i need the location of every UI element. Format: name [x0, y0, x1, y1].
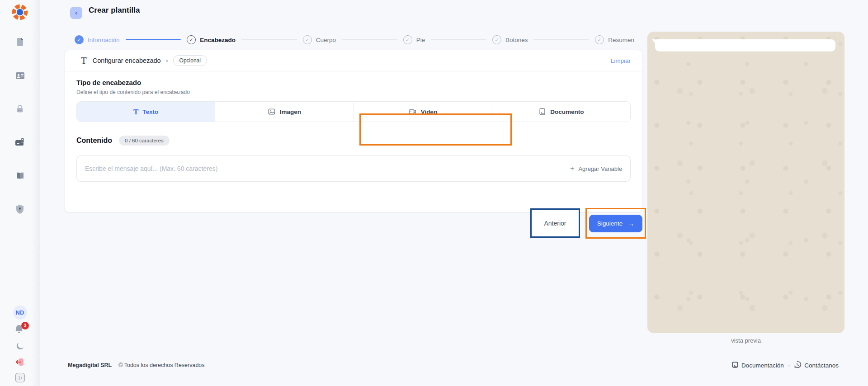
page-title: Crear plantilla	[89, 6, 140, 15]
step-label: Botones	[505, 37, 528, 43]
plus-icon: +	[570, 165, 574, 173]
tab-label: Imagen	[280, 108, 301, 115]
image-icon	[268, 108, 276, 116]
footer-right: Documentación - Contáctanos	[731, 361, 839, 370]
company-name: Megadigital SRL	[68, 362, 112, 368]
copyright-text: © Todos los derechos Reservados	[118, 362, 204, 368]
whatsapp-icon	[794, 361, 802, 370]
step-label: Pie	[416, 37, 425, 43]
step-connector	[533, 39, 589, 40]
step-informacion[interactable]: ✓ Información	[75, 35, 120, 44]
documentation-link[interactable]: Documentación	[731, 361, 784, 370]
lock-icon	[14, 104, 25, 116]
whatsapp-preview-panel	[647, 32, 844, 333]
shield-key-icon	[15, 204, 25, 217]
sidebar-nav	[13, 36, 27, 217]
content-section-header: Contenido 0 / 60 caracteres	[76, 136, 631, 146]
add-variable-label: Agregar Variable	[578, 165, 622, 172]
step-botones[interactable]: ✓ Botones	[492, 35, 528, 44]
logout-icon	[14, 357, 25, 369]
annotation-box-anterior: Anterior	[530, 208, 580, 238]
preview-caption: vista previa	[647, 337, 844, 344]
next-button[interactable]: Siguiente →	[589, 215, 642, 232]
step-check-icon: ✓	[303, 35, 312, 44]
file-icon	[14, 37, 25, 49]
tab-documento[interactable]: Documento	[492, 102, 630, 122]
brand-logo-icon[interactable]	[11, 4, 28, 21]
annotation-box-siguiente: Siguiente →	[585, 208, 646, 239]
document-icon	[538, 108, 546, 116]
header-config-card: T Configurar encabezado Opcional Limpiar…	[64, 50, 643, 212]
step-check-icon: ✓	[595, 35, 604, 44]
sidebar: ND 3 ❘‹	[0, 0, 40, 386]
sidebar-item-contacts[interactable]	[13, 70, 27, 83]
card-header: T Configurar encabezado Opcional Limpiar	[65, 50, 642, 71]
step-connector	[431, 39, 486, 40]
logout-button[interactable]	[14, 357, 26, 369]
arrow-right-icon: →	[627, 220, 634, 227]
dot-separator	[166, 60, 168, 62]
docs-icon	[731, 361, 739, 370]
type-section-subtitle: Define el tipo de contenido para el enca…	[76, 89, 631, 95]
documentation-label: Documentación	[741, 362, 784, 369]
step-label: Encabezado	[200, 37, 236, 43]
notification-count-badge: 3	[21, 322, 29, 330]
dark-mode-toggle[interactable]	[14, 341, 26, 353]
step-connector	[241, 39, 297, 40]
step-encabezado[interactable]: ✓ Encabezado	[187, 35, 236, 44]
step-check-icon: ✓	[403, 35, 412, 44]
step-connector	[342, 39, 397, 40]
sidebar-bottom: ND 3 ❘‹	[13, 306, 27, 382]
tab-texto[interactable]: T Texto	[77, 102, 215, 122]
sidebar-item-templates[interactable]	[13, 36, 27, 50]
collapse-chevron-icon: ❘‹	[18, 376, 23, 380]
message-bubble	[655, 39, 835, 52]
tab-imagen[interactable]: Imagen	[215, 102, 353, 122]
tab-label: Documento	[550, 108, 584, 115]
sidebar-item-catalog[interactable]	[13, 170, 27, 184]
step-connector	[126, 39, 181, 41]
notifications-button[interactable]: 3	[14, 324, 26, 337]
bell-icon	[14, 329, 24, 337]
collapse-sidebar-button[interactable]: ❘‹	[15, 373, 25, 382]
sidebar-item-payments[interactable]	[13, 137, 27, 150]
content-section-title: Contenido	[76, 137, 112, 145]
card-title: Configurar encabezado	[93, 57, 161, 64]
clear-button[interactable]: Limpiar	[611, 57, 631, 64]
card-reader-lock-icon	[14, 137, 26, 150]
header-text-input-wrap: + Agregar Variable	[76, 155, 631, 182]
contact-label: Contáctanos	[804, 362, 839, 369]
character-counter-badge: 0 / 60 caracteres	[119, 136, 170, 146]
app-page: ND 3 ❘‹ ‹ Crear plantilla	[0, 0, 868, 386]
step-label: Cuerpo	[316, 37, 336, 43]
step-check-icon: ✓	[187, 35, 196, 44]
add-variable-button[interactable]: + Agregar Variable	[570, 165, 622, 173]
book-icon	[14, 170, 26, 184]
text-type-icon: T	[133, 108, 138, 116]
next-label: Siguiente	[597, 220, 623, 227]
step-cuerpo[interactable]: ✓ Cuerpo	[303, 35, 336, 44]
step-pie[interactable]: ✓ Pie	[403, 35, 425, 44]
footer-left: Megadigital SRL © Todos los derechos Res…	[68, 362, 205, 368]
back-button[interactable]: ‹	[70, 7, 82, 19]
step-label: Información	[88, 37, 120, 43]
card-body: Tipo de encabezado Define el tipo de con…	[65, 71, 642, 182]
step-resumen[interactable]: ✓ Resumen	[595, 35, 634, 44]
previous-button[interactable]: Anterior	[544, 220, 566, 227]
user-avatar[interactable]: ND	[13, 306, 27, 320]
sidebar-item-privacy[interactable]	[13, 203, 27, 217]
contact-link[interactable]: Contáctanos	[794, 361, 839, 370]
header-text-input[interactable]	[85, 165, 570, 172]
step-check-icon: ✓	[75, 35, 84, 44]
annotation-box-video	[359, 113, 512, 146]
sidebar-item-security[interactable]	[13, 103, 27, 117]
tab-label: Texto	[142, 108, 158, 115]
id-card-icon	[14, 70, 26, 83]
text-type-icon: T	[81, 56, 87, 66]
optional-badge: Opcional	[173, 55, 207, 66]
step-label: Resumen	[608, 37, 634, 43]
footer-separator: -	[788, 362, 790, 369]
step-check-icon: ✓	[492, 35, 501, 44]
type-section-title: Tipo de encabezado	[76, 79, 631, 86]
wizard-stepper: ✓ Información ✓ Encabezado ✓ Cuerpo ✓ Pi…	[75, 34, 634, 45]
